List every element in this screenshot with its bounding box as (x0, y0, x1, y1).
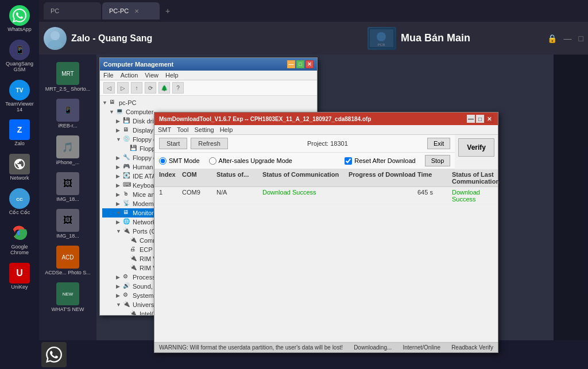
cm-menu-action[interactable]: Action (121, 72, 138, 79)
cm-menubar: File Action View Help (100, 71, 317, 80)
cm-back-btn[interactable]: ◁ (103, 82, 115, 94)
desktop: WhatsApp 📱 QuangSang GSM TV TeamViewer 1… (0, 0, 588, 369)
tab-close-icon[interactable]: ✕ (134, 8, 139, 14)
msm-exit-button[interactable]: Exit (427, 138, 450, 149)
tree-expand-processors: ▶ (116, 274, 123, 280)
img1-label: IMG_18... (44, 196, 92, 202)
row-status: N/A (216, 189, 262, 203)
msm-internet-status: Internet/Online (403, 344, 440, 351)
taskbar-icon-coccoc[interactable]: CC Cốc Cốc (2, 186, 37, 218)
side-icon-iphone[interactable]: 🎵 iPhone_... (42, 134, 94, 167)
smt-mode-radio[interactable] (159, 157, 167, 165)
tab-add-button[interactable]: + (161, 4, 175, 18)
img2-label: IMG_18... (44, 233, 92, 239)
taskbar-icon-teamviewer[interactable]: TV TeamViewer 14 (2, 77, 37, 115)
taskbar-icon-quangsang[interactable]: 📱 QuangSang GSM (2, 37, 37, 75)
msm-menu-help[interactable]: Help (220, 126, 233, 133)
msm-close-btn[interactable]: ✕ (485, 115, 493, 123)
whatsapp-label: WhatsApp (7, 27, 32, 33)
row-comm-status: Download Success (262, 189, 349, 203)
acds-icon: ACD (56, 246, 79, 269)
msm-warning: WARNING: Will format the userdata partit… (159, 344, 343, 351)
after-sales-radio[interactable] (209, 157, 216, 165)
msm-menu-tool[interactable]: Tool (177, 126, 188, 133)
msm-menu-smt[interactable]: SMT (158, 126, 171, 133)
side-icon-img2[interactable]: 🖼 IMG_18... (42, 207, 94, 240)
msm-readback: Readback Verify (451, 344, 493, 351)
cm-forward-btn[interactable]: ▷ (117, 82, 129, 94)
project-text: Project: (307, 140, 328, 147)
cm-menu-view[interactable]: View (145, 72, 158, 79)
side-icon-mrt[interactable]: MRT MRT_2.5_ Shorto... (42, 60, 94, 94)
keyboard-icon: ⌨ (123, 181, 131, 189)
msm-download-status: Downloading... (354, 344, 392, 351)
cm-menu-file[interactable]: File (103, 72, 114, 79)
msm-maximize-btn[interactable]: □ (476, 115, 484, 123)
tab-pc[interactable]: PC (44, 2, 101, 20)
taskbar-icon-zalo[interactable]: Z Zalo (2, 117, 37, 149)
smt-mode-option[interactable]: SMT Mode (159, 157, 200, 165)
cm-menu-help[interactable]: Help (165, 72, 179, 79)
ide-icon: 💽 (123, 172, 131, 180)
coccoc-label: Cốc Cốc (9, 210, 30, 216)
minimize-browser-icon[interactable]: — (564, 34, 572, 43)
mua-ban-title: Mua Bán Main (401, 32, 470, 44)
msm-window-controls: — □ ✕ (467, 115, 493, 123)
reset-option[interactable]: Reset After Download (345, 157, 415, 165)
add-tab-icon: + (165, 6, 170, 15)
cm-maximize-btn[interactable]: □ (296, 60, 304, 68)
mua-ban-section: PCB Mua Bán Main (295, 27, 542, 50)
tab-pc-label: PC (51, 7, 59, 14)
cm-tree-btn[interactable]: 🌲 (158, 82, 170, 94)
chrome-icon (9, 223, 30, 243)
msm-start-button[interactable]: Start (159, 138, 187, 149)
after-sales-mode-option[interactable]: After-sales Upgrade Mode (209, 157, 292, 165)
msm-menu-setting[interactable]: Setting (194, 126, 214, 133)
msm-stop-button[interactable]: Stop (425, 155, 451, 166)
col-comm: Status of Communication (262, 171, 349, 185)
taskbar-icon-network[interactable]: Network (2, 152, 37, 184)
reset-label: Reset After Download (354, 157, 415, 164)
cm-refresh-btn[interactable]: ⟳ (145, 82, 156, 94)
row-progress (349, 189, 417, 203)
maximize-browser-icon[interactable]: □ (579, 34, 583, 43)
tree-expand-disk: ▶ (116, 118, 123, 124)
floppy-icon: 💿 (123, 135, 131, 143)
msm-verify-button[interactable]: Verify (458, 138, 494, 157)
bottom-whatsapp-icon[interactable] (41, 342, 67, 367)
msm-menubar: SMT Tool Setting Help (154, 125, 498, 135)
cm-minimize-btn[interactable]: — (287, 60, 295, 68)
tree-expand-display: ▶ (116, 127, 123, 133)
mrt-icon: MRT (56, 62, 79, 85)
teamviewer-icon: TV (9, 80, 30, 100)
cm-toolbar: ◁ ▷ ↑ ⟳ 🌲 ? (100, 80, 317, 96)
side-icon-whatsnew[interactable]: NEW WHAT'S NEW (42, 281, 94, 314)
floppy-ctrl-icon: 🔧 (123, 154, 131, 162)
acds-label: ACDSe... Photo S... (44, 270, 92, 275)
taskbar-icon-chrome[interactable]: Google Chrome (2, 220, 37, 258)
cm-help-btn[interactable]: ? (172, 82, 184, 94)
system-icon: ⚙ (123, 292, 131, 300)
tab-pc-pc[interactable]: PC-PC ✕ (102, 2, 160, 20)
msm-statusbar: WARNING: Will format the userdata partit… (154, 342, 498, 352)
reset-checkbox[interactable] (345, 157, 352, 165)
col-index: Index (159, 171, 182, 185)
taskbar-left: WhatsApp 📱 QuangSang GSM TV TeamViewer 1… (0, 0, 39, 369)
side-icon-img1[interactable]: 🖼 IMG_18... (42, 170, 94, 204)
cm-up-btn[interactable]: ↑ (131, 82, 142, 94)
tree-expand-floppy-ctrl: ▶ (116, 155, 123, 161)
svg-point-5 (51, 31, 60, 40)
tree-root[interactable]: ▼ 🖥 pc-PC (102, 98, 315, 107)
taskbar-icon-unikey[interactable]: U UniKey (2, 261, 37, 293)
tab-pc-pc-label: PC-PC (109, 7, 129, 14)
after-sales-label: After-sales Upgrade Mode (219, 157, 292, 164)
monitor-icon: 🖥 (123, 209, 131, 217)
quangsang-label: QuangSang GSM (4, 61, 35, 73)
side-icon-ireb[interactable]: 📱 iREB-r... (42, 97, 94, 130)
side-icon-acds[interactable]: ACD ACDSe... Photo S... (42, 244, 94, 277)
taskbar-icon-whatsapp[interactable]: WhatsApp (2, 3, 37, 35)
cm-close-btn[interactable]: ✕ (305, 60, 314, 68)
msm-minimize-btn[interactable]: — (467, 115, 475, 123)
ireb-label: iREB-r... (44, 123, 92, 129)
msm-refresh-button[interactable]: Refresh (191, 138, 228, 149)
